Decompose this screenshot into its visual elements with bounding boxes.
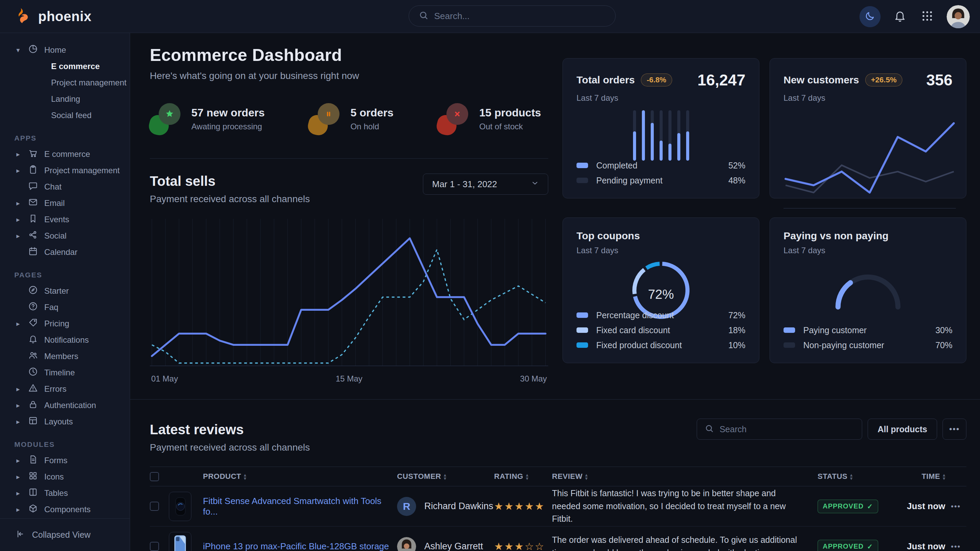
row-checkbox[interactable] [150, 502, 159, 511]
sidebar-item-tables[interactable]: ▸Tables [0, 485, 130, 501]
sidebar-item-email[interactable]: ▸Email [0, 195, 130, 211]
compass-icon [28, 285, 38, 297]
sidebar-subitem-landing[interactable]: Landing [0, 91, 130, 107]
legend-swatch [576, 342, 588, 348]
sidebar-item-members[interactable]: ▸Members [0, 348, 130, 365]
theme-toggle-button[interactable] [859, 6, 881, 27]
order-bar [660, 110, 663, 160]
caret-right-icon: ▸ [14, 232, 22, 240]
clipboard-icon [28, 164, 38, 177]
new-customers-line-chart: 01 May 07 May [784, 106, 952, 225]
sidebar-item-label: Authentication [44, 400, 96, 410]
sidebar-item-label: Social [44, 231, 67, 241]
row-actions-button[interactable]: ••• [945, 542, 966, 551]
product-thumbnail[interactable] [169, 492, 191, 521]
chevron-down-icon [531, 179, 539, 190]
sidebar-item-components[interactable]: ▸Components [0, 501, 130, 518]
legend-label: Fixed card discount [596, 326, 670, 335]
all-products-button[interactable]: All products [868, 419, 937, 440]
sidebar-item-chat[interactable]: ▸Chat [0, 179, 130, 195]
main-content: Ecommerce Dashboard Here's what's going … [130, 33, 980, 551]
global-search[interactable] [409, 5, 616, 27]
column-header-rating[interactable]: RATING▴▾ [494, 472, 552, 481]
sidebar-item-home[interactable]: ▾Home [0, 42, 130, 58]
sidebar-menu: ▾HomeE commerceProject managementLanding… [0, 33, 130, 518]
sidebar-subitem-e-commerce[interactable]: E commerce [0, 58, 130, 75]
sort-icon: ▴▾ [850, 473, 853, 480]
sidebar-item-icons[interactable]: ▸Icons [0, 468, 130, 485]
top-coupons-legend: Percentage discount72%Fixed card discoun… [576, 308, 745, 353]
legend-value: 30% [935, 326, 952, 335]
calendar-icon [28, 246, 38, 258]
axis-tick-label: 15 May [336, 374, 363, 384]
legend-row: Fixed product discount10% [576, 338, 745, 353]
sidebar-item-e-commerce[interactable]: ▸E commerce [0, 146, 130, 162]
reviews-search[interactable] [697, 419, 862, 440]
caret-right-icon: ▸ [14, 418, 22, 426]
legend-row: Completed52% [576, 158, 745, 173]
legend-value: 72% [729, 310, 745, 320]
legend-swatch [576, 327, 588, 333]
column-header-review[interactable]: REVIEW▴▾ [552, 472, 818, 481]
user-avatar[interactable] [947, 5, 970, 28]
order-bar [686, 110, 689, 160]
row-checkbox[interactable] [150, 542, 159, 551]
product-link[interactable]: Fitbit Sense Advanced Smartwatch with To… [203, 496, 381, 517]
sidebar-item-social[interactable]: ▸Social [0, 228, 130, 244]
brand-logo[interactable]: phoenix [0, 7, 129, 26]
row-actions-button[interactable]: ••• [945, 502, 966, 511]
order-bar [633, 110, 636, 160]
stat-awating-processing: 57 new ordersAwating processing [150, 103, 264, 135]
column-header-product[interactable]: PRODUCT▴▾ [203, 472, 397, 481]
sidebar-item-faq[interactable]: ▸Faq [0, 299, 130, 316]
legend-value: 70% [935, 340, 952, 350]
apps-grid-button[interactable] [920, 9, 935, 24]
legend-label: Percentage discount [596, 310, 674, 320]
reviews-more-button[interactable]: ••• [943, 419, 966, 440]
sidebar-item-layouts[interactable]: ▸Layouts [0, 413, 130, 430]
date-range-select[interactable]: Mar 1 - 31, 2022 [423, 173, 548, 195]
sidebar-item-pricing[interactable]: ▸Pricing [0, 316, 130, 332]
legend-row: Fixed card discount18% [576, 322, 745, 338]
global-search-input[interactable] [434, 11, 606, 21]
sidebar-item-timeline[interactable]: ▸Timeline [0, 365, 130, 381]
stat-caption: Out of stock [479, 122, 541, 131]
product-link[interactable]: iPhone 13 pro max-Pacific Blue-128GB sto… [203, 541, 389, 551]
stat-value: 57 new orders [191, 106, 264, 119]
sidebar-item-forms[interactable]: ▸Forms [0, 452, 130, 468]
column-header-time[interactable]: TIME▴▾ [894, 472, 945, 481]
sidebar-subitem-project-management[interactable]: Project management [0, 75, 130, 91]
sidebar-item-calendar[interactable]: ▸Calendar [0, 244, 130, 260]
reviews-search-input[interactable] [719, 424, 854, 434]
collapse-view-button[interactable]: Collapsed View [0, 518, 130, 551]
order-bar [642, 110, 645, 160]
sidebar-item-events[interactable]: ▸Events [0, 211, 130, 228]
total-orders-legend: Completed52%Pending payment48% [576, 158, 745, 188]
paying-gauge-chart [770, 269, 966, 314]
sidebar-item-label: Forms [44, 456, 67, 465]
sidebar-item-errors[interactable]: ▸Errors [0, 381, 130, 397]
total-sells-subtitle: Payment received across all channels [150, 194, 310, 205]
sidebar-item-authentication[interactable]: ▸Authentication [0, 397, 130, 413]
sidebar-item-project-management[interactable]: ▸Project management [0, 162, 130, 179]
product-thumbnail[interactable] [169, 532, 191, 551]
select-all-checkbox[interactable] [150, 472, 159, 481]
sidebar-item-notifications[interactable]: ▸Notifications [0, 332, 130, 348]
search-icon [705, 424, 714, 435]
new-customers-card: New customers +26.5% 356 Last 7 days 01 … [770, 58, 966, 198]
bell-icon [893, 9, 907, 24]
status-badge: APPROVED ✓ [818, 540, 878, 551]
legend-swatch [576, 178, 588, 183]
new-customers-period: Last 7 days [784, 93, 952, 103]
order-bar [677, 110, 680, 160]
sidebar-subitem-social-feed[interactable]: Social feed [0, 107, 130, 124]
notifications-button[interactable] [892, 9, 908, 24]
users-icon [28, 350, 38, 362]
sidebar-item-starter[interactable]: ▸Starter [0, 283, 130, 299]
column-header-status[interactable]: STATUS▴▾ [818, 472, 894, 481]
latest-reviews-section: Latest reviews Payment received across a… [130, 399, 980, 551]
sidebar-item-label: Events [44, 215, 69, 224]
caret-right-icon: ▸ [14, 319, 22, 328]
column-header-customer[interactable]: CUSTOMER▴▾ [397, 472, 494, 481]
total-orders-title: Total orders [576, 74, 635, 86]
